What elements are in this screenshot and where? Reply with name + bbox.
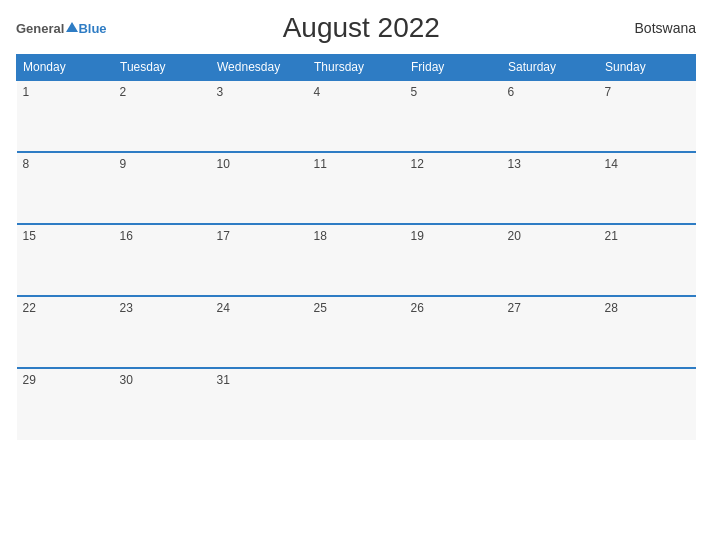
day-cell-4-1: 30: [114, 368, 211, 440]
day-number: 15: [23, 229, 36, 243]
day-cell-3-4: 26: [405, 296, 502, 368]
day-number: 21: [605, 229, 618, 243]
day-number: 30: [120, 373, 133, 387]
day-cell-0-3: 4: [308, 80, 405, 152]
day-number: 25: [314, 301, 327, 315]
day-cell-2-0: 15: [17, 224, 114, 296]
day-cell-0-5: 6: [502, 80, 599, 152]
day-cell-3-0: 22: [17, 296, 114, 368]
header-saturday: Saturday: [502, 55, 599, 81]
day-cell-0-1: 2: [114, 80, 211, 152]
day-cell-4-2: 31: [211, 368, 308, 440]
logo-general-text: General: [16, 21, 64, 36]
day-number: 27: [508, 301, 521, 315]
day-cell-1-6: 14: [599, 152, 696, 224]
day-number: 13: [508, 157, 521, 171]
days-header-row: Monday Tuesday Wednesday Thursday Friday…: [17, 55, 696, 81]
day-cell-0-4: 5: [405, 80, 502, 152]
day-number: 7: [605, 85, 612, 99]
day-number: 4: [314, 85, 321, 99]
day-cell-1-0: 8: [17, 152, 114, 224]
day-number: 24: [217, 301, 230, 315]
day-number: 10: [217, 157, 230, 171]
day-cell-2-5: 20: [502, 224, 599, 296]
day-number: 28: [605, 301, 618, 315]
day-cell-3-2: 24: [211, 296, 308, 368]
calendar-header: General Blue August 2022 Botswana: [16, 12, 696, 44]
day-number: 14: [605, 157, 618, 171]
day-number: 1: [23, 85, 30, 99]
day-number: 29: [23, 373, 36, 387]
header-sunday: Sunday: [599, 55, 696, 81]
day-cell-2-6: 21: [599, 224, 696, 296]
day-cell-4-5: [502, 368, 599, 440]
day-number: 12: [411, 157, 424, 171]
day-number: 17: [217, 229, 230, 243]
day-number: 26: [411, 301, 424, 315]
day-number: 5: [411, 85, 418, 99]
day-cell-1-5: 13: [502, 152, 599, 224]
day-cell-2-2: 17: [211, 224, 308, 296]
day-cell-2-3: 18: [308, 224, 405, 296]
day-cell-3-1: 23: [114, 296, 211, 368]
day-number: 11: [314, 157, 327, 171]
day-cell-2-4: 19: [405, 224, 502, 296]
day-cell-1-4: 12: [405, 152, 502, 224]
header-tuesday: Tuesday: [114, 55, 211, 81]
logo: General Blue: [16, 21, 107, 36]
day-cell-3-5: 27: [502, 296, 599, 368]
day-cell-1-2: 10: [211, 152, 308, 224]
day-number: 22: [23, 301, 36, 315]
month-title: August 2022: [107, 12, 616, 44]
day-number: 19: [411, 229, 424, 243]
header-friday: Friday: [405, 55, 502, 81]
week-row-5: 293031: [17, 368, 696, 440]
logo-triangle-icon: [66, 22, 78, 32]
header-thursday: Thursday: [308, 55, 405, 81]
day-cell-3-3: 25: [308, 296, 405, 368]
day-number: 6: [508, 85, 515, 99]
day-number: 16: [120, 229, 133, 243]
country-label: Botswana: [616, 20, 696, 36]
day-cell-4-6: [599, 368, 696, 440]
day-cell-4-0: 29: [17, 368, 114, 440]
day-cell-4-3: [308, 368, 405, 440]
day-number: 31: [217, 373, 230, 387]
day-cell-0-2: 3: [211, 80, 308, 152]
calendar-table: Monday Tuesday Wednesday Thursday Friday…: [16, 54, 696, 440]
day-number: 2: [120, 85, 127, 99]
header-wednesday: Wednesday: [211, 55, 308, 81]
day-number: 9: [120, 157, 127, 171]
day-number: 8: [23, 157, 30, 171]
week-row-3: 15161718192021: [17, 224, 696, 296]
day-number: 18: [314, 229, 327, 243]
day-cell-0-0: 1: [17, 80, 114, 152]
day-number: 20: [508, 229, 521, 243]
week-row-2: 891011121314: [17, 152, 696, 224]
day-cell-1-1: 9: [114, 152, 211, 224]
day-number: 3: [217, 85, 224, 99]
logo-blue-text: Blue: [78, 21, 106, 36]
week-row-1: 1234567: [17, 80, 696, 152]
day-cell-1-3: 11: [308, 152, 405, 224]
day-cell-4-4: [405, 368, 502, 440]
day-cell-2-1: 16: [114, 224, 211, 296]
calendar-container: General Blue August 2022 Botswana Monday…: [0, 0, 712, 550]
day-cell-3-6: 28: [599, 296, 696, 368]
day-number: 23: [120, 301, 133, 315]
header-monday: Monday: [17, 55, 114, 81]
week-row-4: 22232425262728: [17, 296, 696, 368]
day-cell-0-6: 7: [599, 80, 696, 152]
